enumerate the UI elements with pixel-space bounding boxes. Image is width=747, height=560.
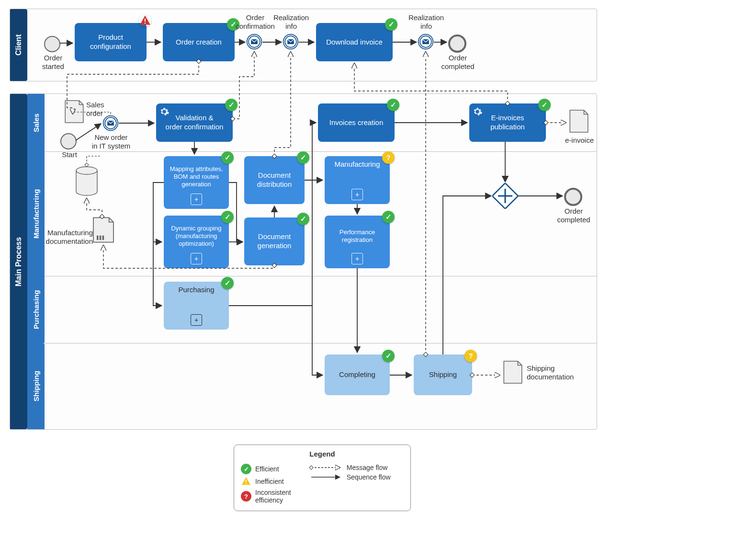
- task-completing-label: Completing: [339, 370, 375, 379]
- efficient-icon: ✓: [297, 213, 309, 225]
- sub-process-icon: +: [351, 189, 363, 200]
- task-invoices-creation[interactable]: Invoices creation ✓: [318, 103, 395, 142]
- inconsistent-icon: ?: [382, 151, 395, 164]
- label-start: Start: [57, 150, 81, 159]
- svg-rect-15: [97, 236, 99, 240]
- artifact-mfg-docs: [92, 217, 115, 243]
- legend-inefficient-label: Inefficient: [255, 478, 284, 485]
- task-shipping-label: Shipping: [429, 370, 457, 379]
- task-shipping[interactable]: Shipping ?: [414, 354, 472, 395]
- label-order-completed-client: Order completed: [439, 54, 477, 71]
- svg-rect-17: [102, 236, 104, 240]
- event-order-confirmation: [246, 34, 262, 50]
- label-order-confirmation: Order confirmation: [235, 13, 276, 31]
- artifact-einvoice: [569, 109, 589, 133]
- task-doc-gen[interactable]: Document generation ✓: [244, 217, 305, 265]
- event-start: [60, 133, 77, 149]
- task-product-configuration-label: Product configuration: [90, 33, 131, 51]
- efficient-icon: ✓: [382, 350, 395, 362]
- task-dynamic[interactable]: Dynamic grouping (manufacturing optimiza…: [164, 216, 229, 268]
- inefficient-icon: [241, 476, 251, 487]
- task-mapping-label: Mapping attributes, BOM and routes gener…: [170, 165, 223, 189]
- event-realization-info-2: [418, 34, 434, 50]
- pool-client-label: Client: [10, 9, 27, 81]
- efficient-icon: ✓: [387, 99, 399, 111]
- efficient-icon: ✓: [221, 277, 234, 289]
- pool-client-label-text: Client: [14, 34, 23, 56]
- task-validation[interactable]: Validation & order confirmation ✓: [156, 103, 233, 142]
- task-invoices-creation-label: Invoices creation: [329, 118, 384, 127]
- lane-purchasing-label: Purchasing: [27, 276, 45, 343]
- task-order-creation-label: Order creation: [176, 38, 222, 47]
- task-mapping[interactable]: Mapping attributes, BOM and routes gener…: [164, 156, 229, 209]
- gateway-parallel: [492, 183, 518, 209]
- label-order-completed-main: Order completed: [554, 207, 594, 224]
- inefficient-icon: [139, 14, 151, 27]
- task-completing[interactable]: Completing ✓: [325, 354, 390, 395]
- legend: Legend ✓Efficient Inefficient ?Inconsist…: [234, 445, 411, 511]
- efficient-icon: ✓: [385, 18, 397, 31]
- label-order-started: Order started: [36, 54, 70, 71]
- task-performance[interactable]: Performance registration + ✓: [325, 216, 390, 268]
- legend-inconsistent-label: Inconsistent efficiency: [255, 489, 291, 504]
- task-doc-dist[interactable]: Document distribution ✓: [244, 156, 305, 204]
- event-order-started: [44, 36, 60, 52]
- task-doc-dist-label: Document distribution: [257, 171, 292, 189]
- bpmn-diagram-canvas: Client Order started Product configurati…: [0, 0, 747, 560]
- task-purchasing[interactable]: Purchasing + ✓: [164, 282, 229, 330]
- sub-process-icon: +: [191, 253, 202, 264]
- task-order-creation[interactable]: Order creation ✓: [163, 23, 235, 61]
- label-realization-info-1: Realization info: [272, 13, 310, 31]
- label-realization-info-2: Realization info: [407, 13, 445, 31]
- efficient-icon: ✓: [225, 99, 238, 111]
- svg-rect-41: [246, 480, 247, 482]
- task-validation-label: Validation & order confirmation: [166, 114, 224, 132]
- lane-sales-label: Sales: [27, 94, 45, 151]
- label-mfg-docs: Manufacturing documentation: [45, 229, 93, 246]
- efficient-icon: ✓: [297, 151, 309, 164]
- event-order-completed-main: [564, 188, 582, 206]
- label-ship-docs: Shipping documentation: [527, 364, 579, 381]
- legend-efficient-label: Efficient: [255, 465, 279, 473]
- sequence-flow-sample: [308, 473, 343, 481]
- task-manufacturing[interactable]: Manufacturing + ?: [325, 156, 390, 204]
- artifact-ship-docs: [503, 360, 523, 384]
- efficient-icon: ✓: [241, 464, 251, 474]
- sub-process-icon: +: [191, 194, 202, 205]
- efficient-icon: ✓: [538, 99, 551, 111]
- inconsistent-icon: ?: [464, 350, 477, 362]
- legend-title: Legend: [241, 450, 404, 458]
- legend-sequence-flow-label: Sequence flow: [347, 473, 391, 481]
- svg-rect-0: [145, 19, 146, 22]
- pool-main-label-text: Main Process: [14, 237, 23, 286]
- task-einvoices-label: E-invoices publication: [490, 114, 525, 132]
- task-dynamic-label: Dynamic grouping (manufacturing optimiza…: [171, 225, 222, 248]
- svg-rect-16: [100, 236, 102, 240]
- efficient-icon: ✓: [221, 151, 234, 164]
- artifact-sales-order: [64, 100, 84, 124]
- efficient-icon: ✓: [221, 211, 234, 223]
- message-flow-sample: [308, 464, 343, 471]
- task-manufacturing-label: Manufacturing: [334, 160, 380, 169]
- pool-main-label: Main Process: [10, 94, 27, 429]
- task-download-invoice-label: Download invoice: [326, 38, 383, 47]
- task-purchasing-label: Purchasing: [178, 286, 214, 295]
- gear-icon: [159, 106, 170, 117]
- label-einvoice: e-invoice: [564, 136, 595, 145]
- event-order-completed-client: [448, 34, 466, 53]
- legend-message-flow-label: Message flow: [347, 464, 388, 471]
- sub-process-icon: +: [351, 253, 363, 264]
- task-performance-label: Performance registration: [340, 229, 375, 244]
- lane-shipping-label: Shipping: [27, 343, 45, 429]
- task-einvoices[interactable]: E-invoices publication ✓: [469, 103, 546, 142]
- svg-rect-42: [246, 483, 247, 484]
- task-product-configuration[interactable]: Product configuration: [75, 23, 147, 61]
- svg-rect-1: [145, 23, 146, 23]
- inconsistent-icon: ?: [241, 491, 251, 502]
- gear-icon: [472, 106, 483, 117]
- efficient-icon: ✓: [382, 211, 395, 223]
- task-download-invoice[interactable]: Download invoice ✓: [316, 23, 393, 61]
- label-new-order: New order in IT system: [87, 133, 135, 150]
- artifact-db: [75, 166, 99, 196]
- event-realization-info-1: [283, 34, 299, 50]
